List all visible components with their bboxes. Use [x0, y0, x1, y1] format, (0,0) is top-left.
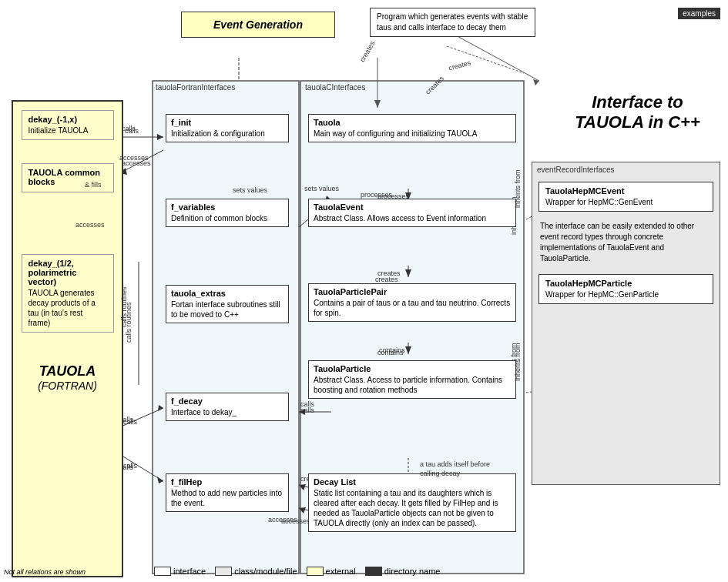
f-filhep-desc: Method to add new particles into the eve… — [171, 488, 283, 508]
calls-ffilhep-label: calls — [123, 462, 137, 470]
inherits-particle-label: inherits from — [514, 343, 522, 381]
sets-values-label: sets values — [233, 186, 267, 194]
dekay-half-title: dekay_(1/2, polarimetric vector) — [29, 259, 107, 286]
svg-text:sets values: sets values — [304, 185, 340, 192]
svg-marker-25 — [405, 269, 411, 277]
f-variables-desc: Definition of common blocks — [171, 213, 283, 223]
tauola-particle-pair-desc: Contains a pair of taus or a tau and tau… — [314, 298, 511, 318]
tauola-particle-pair-box: TauolaParticlePair Contains a pair of ta… — [308, 283, 516, 322]
svg-marker-42 — [299, 484, 306, 490]
tauola-hepmc-particle-title: TauolaHepMCParticle — [545, 279, 706, 288]
legend-class-label: class/module/file — [234, 567, 297, 576]
decay-list-box: Decay List Static list containing a tau … — [308, 473, 516, 532]
legend-bar: interface class/module/file external dir… — [154, 567, 440, 576]
tauola-main-box: Tauola Main way of configuring and initi… — [308, 114, 516, 142]
dekay-neg-box: dekay_(-1,x) Initialize TAUOLA — [22, 110, 114, 140]
svg-marker-36 — [158, 405, 163, 411]
tau-adds-label: a tau adds itself before calling decay — [420, 460, 508, 478]
not-all-relations: Not all relations are shown — [4, 568, 86, 576]
svg-text:creates: creates — [424, 74, 445, 95]
f-decay-box: f_decay Interface to dekay_ — [166, 393, 289, 421]
legend-class: class/module/file — [215, 567, 297, 576]
legend-interface: interface — [154, 567, 206, 576]
f-variables-box: f_variables Definition of common blocks — [166, 199, 289, 227]
svg-marker-4 — [374, 100, 381, 108]
event-record-bg: eventRecordInterfaces TauolaHepMCEvent W… — [532, 162, 720, 485]
f-init-box: f_init Initialization & configuration — [166, 114, 289, 142]
calls-label-1: calls — [125, 127, 139, 135]
calls-particle-label: calls — [300, 406, 314, 414]
tauola-fortran-box: dekay_(-1,x) Initialize TAUOLA TAUOLA co… — [12, 100, 123, 577]
event-record-label: eventRecordInterfaces — [537, 166, 615, 174]
f-variables-title: f_variables — [171, 202, 283, 212]
program-desc-box: Program which generates events with stab… — [370, 8, 535, 37]
legend-directory-box — [365, 567, 382, 576]
f-init-title: f_init — [171, 118, 283, 127]
legend-interface-label: interface — [173, 567, 206, 576]
event-gen-title: Event Generation — [193, 18, 323, 31]
inherits-event-label: inherits from — [514, 169, 522, 208]
dekay-neg-desc: Initialize TAUOLA — [29, 125, 107, 135]
f-filhep-title: f_filHep — [171, 477, 283, 487]
svg-marker-28 — [405, 346, 411, 354]
c-interfaces-label: tauolaCInterfaces — [305, 83, 365, 92]
dekay-neg-title: dekay_(-1,x) — [29, 115, 107, 124]
legend-interface-box — [154, 567, 171, 576]
svg-marker-8 — [157, 134, 163, 140]
tauola-hepmc-particle-desc: Wrapper for HepMC::GenParticle — [545, 289, 706, 299]
diagram-container: creates calls accesses & fills accesses … — [0, 0, 728, 582]
svg-marker-56 — [533, 79, 539, 85]
legend-external-label: external — [326, 567, 356, 576]
processes-label: processes — [361, 191, 392, 199]
main-title: Interface to TAUOLA in C++ — [559, 92, 716, 133]
program-desc-text: Program which generates events with stab… — [377, 12, 528, 32]
accesses-label-2: accesses — [75, 221, 105, 229]
legend-directory: directory name — [365, 567, 441, 576]
tauola-particle-desc: Abstract Class. Access to particle infor… — [314, 375, 511, 395]
tauola-hepmc-particle-box: TauolaHepMCParticle Wrapper for HepMC::G… — [538, 274, 713, 304]
examples-label: examples — [678, 8, 720, 19]
tauola-extras-title: tauola_extras — [171, 289, 283, 298]
tauola-fortran-label: TAUOLA (FORTRAN) — [18, 363, 117, 392]
tauola-particle-title: TauolaParticle — [314, 364, 511, 373]
accesses-filhep-label: accesses — [268, 516, 297, 523]
tauola-extras-desc: Fortan interface subroutines still to be… — [171, 299, 283, 319]
event-generation-box: Event Generation — [181, 12, 335, 38]
fortran-interfaces-label: tauolaFortranInterfaces — [156, 83, 235, 92]
calls-routines-label: calls routines — [120, 286, 128, 327]
tauola-main-desc: Main way of configuring and initializing… — [314, 129, 511, 139]
svg-line-55 — [455, 35, 539, 81]
tauola-extras-box: tauola_extras Fortan interface subroutin… — [166, 285, 289, 323]
tauola-hepmc-event-title: TauolaHepMCEvent — [545, 186, 706, 196]
legend-external: external — [307, 567, 356, 576]
f-decay-desc: Interface to dekay_ — [171, 407, 283, 417]
dekay-half-box: dekay_(1/2, polarimetric vector) TAUOLA … — [22, 254, 114, 333]
accesses-label-1: accesses — [119, 154, 149, 162]
tauola-hepmc-event-desc: Wrapper for HepMC::GenEvent — [545, 197, 706, 207]
tauola-event-desc: Abstract Class. Allows access to Event i… — [314, 213, 511, 223]
f-filhep-box: f_filHep Method to add new particles int… — [166, 473, 289, 512]
svg-marker-39 — [157, 477, 163, 483]
tauola-event-title: TauolaEvent — [314, 202, 511, 212]
f-decay-title: f_decay — [171, 396, 283, 406]
event-record-desc: The interface can be easily extended to … — [532, 218, 720, 270]
tauola-hepmc-event-box: TauolaHepMCEvent Wrapper for HepMC::GenE… — [538, 182, 713, 212]
legend-directory-label: directory name — [384, 567, 441, 576]
contains-label: contains — [377, 349, 404, 356]
creates-event-label: creates — [358, 40, 376, 64]
tauola-particle-box: TauolaParticle Abstract Class. Access to… — [308, 360, 516, 399]
decay-list-desc: Static list containing a tau and its dau… — [314, 488, 511, 528]
calls-fdecay-label: calls — [123, 418, 137, 426]
legend-external-box — [307, 567, 324, 576]
tauola-main-title: Tauola — [314, 118, 511, 127]
tauola-event-box: TauolaEvent Abstract Class. Allows acces… — [308, 199, 516, 227]
dekay-half-desc: TAUOLA generates decay products of a tau… — [29, 288, 107, 328]
tauola-particle-pair-title: TauolaParticlePair — [314, 287, 511, 296]
f-init-desc: Initialization & configuration — [171, 129, 283, 139]
fills-label: & fills — [85, 181, 102, 189]
decay-list-title: Decay List — [314, 477, 511, 487]
legend-class-box — [215, 567, 232, 576]
svg-marker-45 — [299, 507, 306, 513]
creates-label-1: creates — [375, 276, 398, 283]
creates-gen-label: creates — [448, 59, 471, 72]
